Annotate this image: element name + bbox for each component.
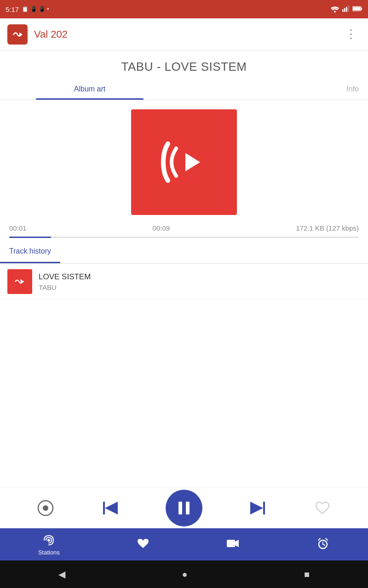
svg-point-12 xyxy=(43,505,48,511)
android-nav: ◀ ● ■ xyxy=(0,560,368,588)
album-art-section xyxy=(0,100,368,220)
player-controls xyxy=(0,487,368,528)
svg-rect-16 xyxy=(186,502,190,514)
svg-rect-7 xyxy=(353,7,361,10)
svg-rect-20 xyxy=(227,540,235,547)
app-logo xyxy=(7,24,28,45)
svg-point-19 xyxy=(47,539,50,542)
track-details: LOVE SISTEM TABU xyxy=(39,272,91,291)
android-back-button[interactable]: ◀ xyxy=(58,569,65,580)
svg-rect-6 xyxy=(361,7,362,10)
track-history-list: LOVE SISTEM TABU xyxy=(0,264,368,300)
track-title-section: TABU - LOVE SISTEM xyxy=(0,51,368,74)
signal-icon xyxy=(342,5,350,14)
status-icons xyxy=(330,5,362,14)
track-artist: TABU xyxy=(39,283,91,291)
track-item[interactable]: LOVE SISTEM TABU xyxy=(0,264,368,300)
track-history-tab: Track history xyxy=(0,241,368,264)
more-options-icon[interactable]: ⋮ xyxy=(341,23,361,45)
svg-rect-17 xyxy=(263,502,265,514)
progress-bar[interactable] xyxy=(9,237,359,238)
android-home-button[interactable]: ● xyxy=(182,569,187,580)
battery-icon xyxy=(352,6,362,13)
notification-icons: 📋 📱 📱 • xyxy=(22,6,49,12)
track-name: LOVE SISTEM xyxy=(39,272,91,282)
next-button[interactable] xyxy=(247,498,268,518)
tab-info[interactable]: Info xyxy=(179,79,368,100)
svg-marker-14 xyxy=(105,502,118,514)
svg-rect-1 xyxy=(342,9,344,11)
record-button[interactable] xyxy=(36,499,55,517)
time-info: 00:01 00:09 172.1 KB (127 kbps) xyxy=(0,220,368,237)
svg-marker-18 xyxy=(250,502,263,514)
svg-rect-15 xyxy=(178,502,182,514)
app-bar: Val 202 ⋮ xyxy=(0,18,368,51)
nav-item-videos[interactable] xyxy=(226,537,240,552)
status-bar: 5:17 📋 📱 📱 • xyxy=(0,0,368,18)
pause-button[interactable] xyxy=(166,490,202,526)
previous-button[interactable] xyxy=(100,498,121,518)
album-art xyxy=(131,109,237,215)
track-history-label[interactable]: Track history xyxy=(0,241,60,263)
track-title: TABU - LOVE SISTEM xyxy=(7,60,361,74)
current-time: 00:09 xyxy=(153,224,170,232)
app-title: Val 202 xyxy=(34,28,341,40)
file-info: 172.1 KB (127 kbps) xyxy=(296,224,359,232)
svg-marker-9 xyxy=(185,153,200,171)
nav-item-alarm[interactable] xyxy=(316,537,330,552)
tabs: Album art Info xyxy=(0,79,368,100)
progress-bar-container[interactable] xyxy=(0,237,368,238)
status-time: 5:17 📋 📱 📱 • xyxy=(6,6,49,13)
nav-item-stations[interactable]: Stations xyxy=(38,533,60,556)
track-thumbnail xyxy=(7,269,32,294)
nav-stations-label: Stations xyxy=(38,549,60,556)
svg-rect-4 xyxy=(348,6,349,11)
nav-item-favorites[interactable] xyxy=(136,537,150,552)
svg-rect-3 xyxy=(346,7,347,12)
svg-rect-2 xyxy=(344,8,345,11)
svg-marker-10 xyxy=(21,279,24,284)
svg-rect-13 xyxy=(103,502,105,514)
tab-album-art[interactable]: Album art xyxy=(0,79,179,100)
time-display: 5:17 xyxy=(6,6,19,13)
wifi-icon xyxy=(330,5,339,14)
svg-point-0 xyxy=(334,11,336,12)
progress-fill xyxy=(9,237,51,238)
elapsed-time: 00:01 xyxy=(9,224,27,232)
svg-marker-21 xyxy=(235,540,239,547)
android-recent-button[interactable]: ■ xyxy=(304,569,310,580)
favorite-button[interactable] xyxy=(313,499,332,517)
bottom-nav: Stations xyxy=(0,528,368,560)
